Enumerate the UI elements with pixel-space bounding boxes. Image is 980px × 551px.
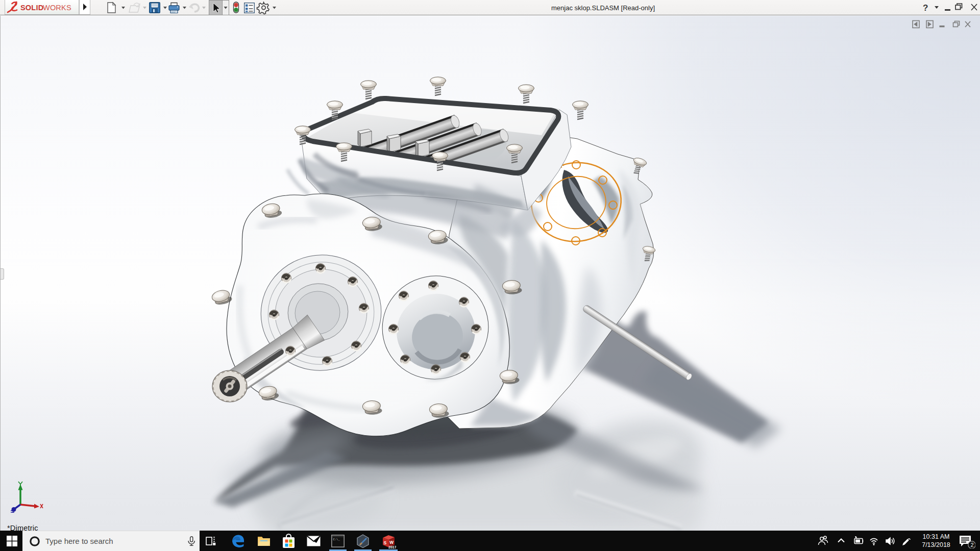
svg-text:W: W — [389, 540, 394, 545]
svg-text:SOLID: SOLID — [20, 4, 43, 12]
svg-text:2: 2 — [971, 542, 974, 548]
svg-text:2017: 2017 — [388, 545, 396, 549]
svg-text:WORKS: WORKS — [43, 4, 71, 12]
svg-text:S: S — [384, 540, 387, 545]
svg-text:C:\_: C:\_ — [333, 538, 340, 541]
svg-text:?: ? — [923, 3, 928, 13]
